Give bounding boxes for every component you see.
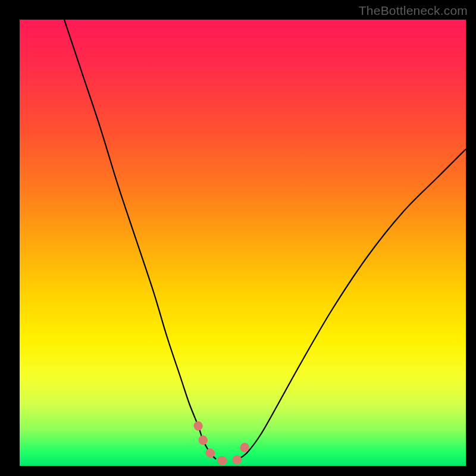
plot-area	[20, 20, 466, 466]
chart-frame: TheBottleneck.com	[0, 0, 476, 476]
curve-layer	[20, 20, 466, 466]
right-branch-path	[239, 149, 466, 459]
watermark-text: TheBottleneck.com	[359, 4, 468, 18]
floor-highlight-path	[198, 426, 248, 461]
left-branch-path	[64, 20, 216, 459]
